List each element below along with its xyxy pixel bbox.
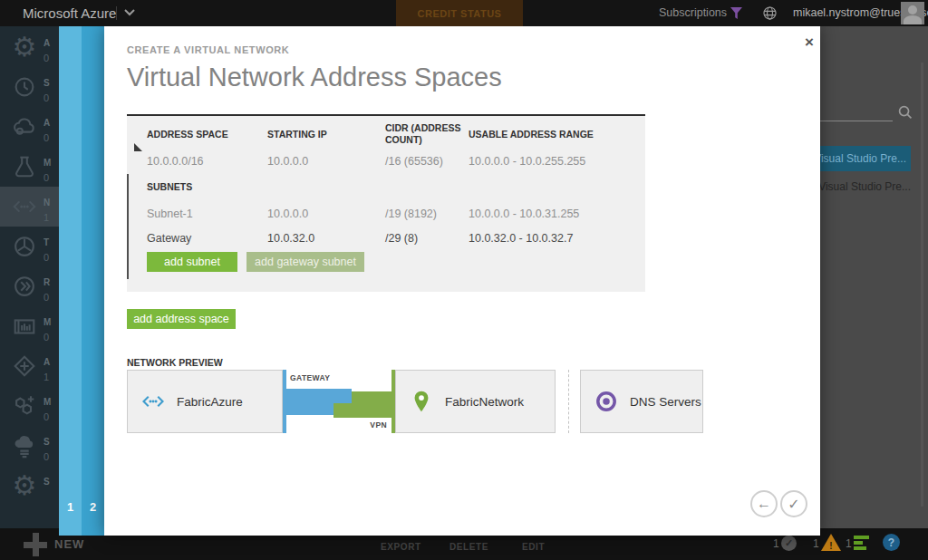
networks-icon bbox=[9, 191, 40, 222]
plus-icon[interactable] bbox=[24, 533, 47, 556]
dns-servers-icon bbox=[594, 389, 619, 414]
sidebar-item-settings[interactable]: ⚙ S bbox=[0, 466, 59, 506]
scrollbar[interactable] bbox=[921, 63, 923, 507]
brand-divider bbox=[116, 6, 117, 20]
sidebar-item-scheduler[interactable]: S0 bbox=[0, 67, 59, 107]
cell-starting-ip: 10.0.0.0 bbox=[267, 205, 369, 223]
cell-subnet-name: Subnet-1 bbox=[147, 205, 259, 223]
search-icon[interactable] bbox=[896, 103, 914, 121]
cell-usable-range: 10.0.0.0 - 10.0.255.255 bbox=[469, 152, 641, 170]
help-button[interactable]: ? bbox=[883, 534, 900, 551]
gateway-bar-blue bbox=[286, 403, 334, 415]
cell-cidr: /16 (65536) bbox=[385, 152, 463, 170]
cell-usable-range: 10.0.32.0 - 10.0.32.7 bbox=[469, 229, 641, 247]
automation-icon: ⚙ bbox=[9, 32, 40, 63]
flask-icon bbox=[9, 151, 40, 182]
wizard-step-1-number: 1 bbox=[59, 500, 82, 514]
cell-cidr: /29 (8) bbox=[385, 229, 463, 247]
ok-status-count: 1 bbox=[773, 537, 779, 550]
settings-gear-icon: ⚙ bbox=[9, 470, 40, 501]
gateway-vpn-connector: GATEWAY VPN bbox=[286, 370, 392, 433]
complete-button[interactable]: ✓ bbox=[780, 490, 807, 517]
export-button[interactable]: EXPORT bbox=[381, 542, 421, 552]
col-header-starting-ip: STARTING IP bbox=[267, 120, 369, 149]
cell-starting-ip: 10.0.32.0 bbox=[267, 229, 369, 247]
activity-status-count: 1 bbox=[846, 537, 852, 550]
traffic-manager-icon bbox=[9, 231, 40, 262]
local-network-preview-box: FabricNetwork bbox=[395, 370, 556, 433]
create-virtual-network-dialog: × CREATE A VIRTUAL NETWORK Virtual Netwo… bbox=[104, 26, 820, 536]
delete-button[interactable]: DELETE bbox=[450, 542, 488, 552]
cell-usable-range: 10.0.0.0 - 10.0.31.255 bbox=[469, 205, 641, 223]
local-network-name: FabricNetwork bbox=[445, 395, 524, 409]
subnets-section-label: SUBNETS bbox=[147, 181, 192, 192]
sidebar-item-automation[interactable]: ⚙ A0 bbox=[0, 27, 59, 67]
dns-servers-label: DNS Servers bbox=[630, 395, 701, 409]
sidebar-item-active-directory[interactable]: A1 bbox=[0, 346, 59, 386]
page-title: Virtual Network Address Spaces bbox=[127, 63, 502, 92]
sidebar-item-marketplace[interactable]: M0 bbox=[0, 386, 59, 426]
vpn-bar-green bbox=[352, 391, 392, 403]
subnets-indent-line bbox=[127, 174, 129, 279]
sidebar-item-traffic-manager[interactable]: T0 bbox=[0, 227, 59, 266]
credit-status-button[interactable]: CREDIT STATUS bbox=[396, 0, 523, 26]
subscriptions-menu[interactable]: Subscriptions bbox=[659, 6, 727, 19]
top-bar: Microsoft Azure CREDIT STATUS Subscripti… bbox=[0, 0, 928, 26]
sidebar-item-remoteapp[interactable]: R0 bbox=[0, 266, 59, 306]
gateway-bar-blue bbox=[286, 389, 352, 403]
brand-title[interactable]: Microsoft Azure bbox=[23, 5, 116, 21]
virtual-network-icon bbox=[140, 389, 166, 414]
back-button[interactable]: ← bbox=[750, 490, 778, 517]
add-subnet-button[interactable]: add subnet bbox=[147, 252, 237, 272]
globe-icon[interactable] bbox=[761, 5, 778, 22]
sidebar-item-api[interactable]: A0 bbox=[0, 107, 59, 147]
cell-subnet-name: Gateway bbox=[147, 229, 259, 247]
vnet-name: FabricAzure bbox=[177, 395, 243, 409]
dialog-kicker: CREATE A VIRTUAL NETWORK bbox=[127, 44, 289, 55]
close-icon[interactable]: × bbox=[798, 32, 820, 53]
marketplace-icon bbox=[9, 391, 40, 421]
wizard-step-2-number: 2 bbox=[82, 500, 104, 514]
gateway-label: GATEWAY bbox=[290, 373, 330, 382]
active-directory-icon bbox=[9, 351, 40, 381]
dns-servers-box: DNS Servers bbox=[580, 370, 703, 433]
sidebar-item-networks[interactable]: N1 bbox=[0, 187, 59, 227]
media-services-icon bbox=[9, 311, 40, 342]
add-gateway-subnet-button[interactable]: add gateway subnet bbox=[246, 252, 364, 272]
activity-bars-icon[interactable] bbox=[854, 536, 870, 552]
ok-status-icon[interactable]: ✓ bbox=[781, 536, 797, 551]
warning-status-count: 1 bbox=[813, 537, 819, 550]
network-preview-label: NETWORK PREVIEW bbox=[127, 357, 223, 368]
add-address-space-button[interactable]: add address space bbox=[127, 309, 236, 329]
cloud-icon bbox=[9, 111, 40, 142]
wizard-step-2-strip[interactable]: 2 bbox=[82, 26, 104, 536]
vpn-label: VPN bbox=[370, 420, 387, 430]
collapse-triangle-icon[interactable] bbox=[134, 143, 142, 151]
address-space-table: ADDRESS SPACE STARTING IP CIDR (ADDRESS … bbox=[127, 114, 645, 292]
chevron-down-icon[interactable] bbox=[123, 8, 136, 17]
location-pin-icon bbox=[409, 389, 434, 414]
remoteapp-icon bbox=[9, 271, 40, 302]
warning-icon[interactable]: ! bbox=[821, 534, 841, 551]
col-header-usable-range: USABLE ADDRESS RANGE bbox=[469, 120, 641, 149]
sidebar: ⚙ A0 S0 A0 M0 N1 T0 R0 M0 bbox=[0, 26, 59, 528]
vnet-preview-box: FabricAzure bbox=[127, 370, 283, 433]
cell-starting-ip: 10.0.0.0 bbox=[267, 152, 369, 170]
list-item-selected[interactable]: Visual Studio Pre... bbox=[820, 146, 911, 171]
sidebar-item-media-services[interactable]: M0 bbox=[0, 306, 59, 346]
avatar[interactable] bbox=[901, 2, 924, 24]
wizard-step-1-strip[interactable]: 1 bbox=[59, 26, 82, 536]
search-input[interactable] bbox=[820, 121, 893, 121]
edit-button[interactable]: EDIT bbox=[522, 542, 545, 552]
cell-cidr: /19 (8192) bbox=[385, 205, 463, 223]
sidebar-item-storsimple[interactable]: S0 bbox=[0, 426, 59, 466]
new-button[interactable]: NEW bbox=[54, 537, 84, 551]
vpn-bar-green bbox=[334, 403, 392, 418]
col-header-cidr: CIDR (ADDRESS COUNT) bbox=[385, 120, 463, 149]
storsimple-icon bbox=[9, 430, 40, 461]
list-item[interactable]: - Visual Studio Pre... bbox=[820, 178, 911, 196]
dimmed-background-panel: Visual Studio Pre... - Visual Studio Pre… bbox=[820, 26, 928, 530]
sidebar-item-machine-learning[interactable]: M0 bbox=[0, 147, 59, 187]
filter-icon[interactable] bbox=[730, 7, 742, 19]
scheduler-icon bbox=[9, 72, 40, 102]
